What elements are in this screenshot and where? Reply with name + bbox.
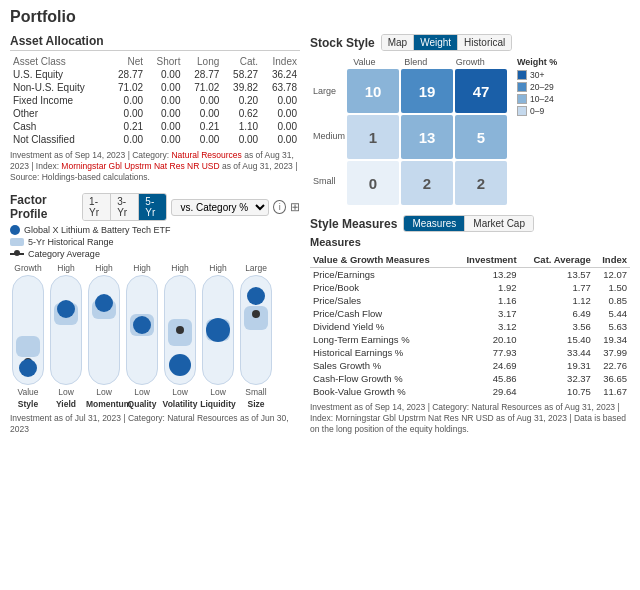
measures-cell: 12.07 bbox=[594, 268, 630, 282]
col-long: Long bbox=[183, 55, 222, 68]
stock-style-tab-historical[interactable]: Historical bbox=[458, 35, 511, 50]
style-cell: 2 bbox=[455, 161, 507, 205]
factor-col: GrowthValueStyle bbox=[10, 263, 46, 409]
factor-col: HighLowYield bbox=[48, 263, 84, 409]
measures-tab-group[interactable]: Measures Market Cap bbox=[403, 215, 534, 232]
grid-with-row-labels: Large Medium Small 1019471135022 bbox=[313, 69, 507, 205]
table-cell: 0.21 bbox=[183, 120, 222, 133]
grid-icon[interactable]: ⊞ bbox=[290, 200, 300, 214]
factor-tab-group[interactable]: 1-Yr 3-Yr 5-Yr bbox=[82, 193, 167, 221]
factor-profile-header: Factor Profile 1-Yr 3-Yr 5-Yr vs. Catego… bbox=[10, 193, 300, 221]
measures-tab-measures[interactable]: Measures bbox=[404, 216, 465, 231]
factor-pill bbox=[88, 275, 120, 385]
table-cell: Other bbox=[10, 107, 107, 120]
right-column: Stock Style Map Weight Historical Value bbox=[310, 34, 630, 435]
measures-cell: Price/Sales bbox=[310, 294, 454, 307]
table-row: U.S. Equity28.770.0028.7758.2736.24 bbox=[10, 68, 300, 81]
measures-col-name: Value & Growth Measures bbox=[310, 252, 454, 268]
style-cell: 10 bbox=[347, 69, 399, 113]
factor-tab-5yr[interactable]: 5-Yr bbox=[139, 194, 166, 220]
table-cell: Cash bbox=[10, 120, 107, 133]
factor-pill bbox=[202, 275, 234, 385]
style-legend-label: 10–24 bbox=[530, 94, 554, 104]
factor-top-label: High bbox=[48, 263, 84, 273]
table-cell: 0.00 bbox=[261, 94, 300, 107]
factor-profile-section: Factor Profile 1-Yr 3-Yr 5-Yr vs. Catego… bbox=[10, 193, 300, 435]
table-row: Price/Earnings13.2913.5712.07 bbox=[310, 268, 630, 282]
measures-tab-marketcap[interactable]: Market Cap bbox=[465, 216, 533, 231]
stock-style-tab-map[interactable]: Map bbox=[382, 35, 414, 50]
stock-style-tab-weight[interactable]: Weight bbox=[414, 35, 458, 50]
measures-cell: 3.17 bbox=[454, 307, 520, 320]
table-row: Fixed Income0.000.000.000.200.00 bbox=[10, 94, 300, 107]
table-cell: 0.00 bbox=[107, 133, 146, 146]
table-cell: 0.00 bbox=[261, 133, 300, 146]
table-cell: 63.78 bbox=[261, 81, 300, 94]
factor-tab-1yr[interactable]: 1-Yr bbox=[83, 194, 111, 220]
factor-bot-label: Low bbox=[124, 387, 160, 397]
asset-allocation-title: Asset Allocation bbox=[10, 34, 300, 51]
table-row: Not Classified0.000.000.000.000.00 bbox=[10, 133, 300, 146]
measures-cell: 1.16 bbox=[454, 294, 520, 307]
style-cell: 0 bbox=[347, 161, 399, 205]
portfolio-page: Portfolio Asset Allocation Asset Class N… bbox=[0, 0, 640, 443]
measures-cell: Long-Term Earnings % bbox=[310, 333, 454, 346]
measures-cell: 1.50 bbox=[594, 281, 630, 294]
col-cat: Cat. bbox=[222, 55, 261, 68]
table-row: Book-Value Growth %29.6410.7511.67 bbox=[310, 385, 630, 398]
table-cell: 0.00 bbox=[107, 94, 146, 107]
table-cell: 39.82 bbox=[222, 81, 261, 94]
table-cell: 0.20 bbox=[222, 94, 261, 107]
measures-cell: 22.76 bbox=[594, 359, 630, 372]
col-net: Net bbox=[107, 55, 146, 68]
factor-tab-3yr[interactable]: 3-Yr bbox=[111, 194, 139, 220]
measures-cell: Price/Book bbox=[310, 281, 454, 294]
measures-cell: 1.92 bbox=[454, 281, 520, 294]
measures-col-index: Index bbox=[594, 252, 630, 268]
factor-fund-dot bbox=[133, 316, 151, 334]
asset-allocation-section: Asset Allocation Asset Class Net Short L… bbox=[10, 34, 300, 183]
vs-category-select[interactable]: vs. Category % bbox=[171, 199, 269, 216]
style-legend-color-box bbox=[517, 82, 527, 92]
table-cell: 28.77 bbox=[107, 68, 146, 81]
table-cell: 0.00 bbox=[146, 133, 183, 146]
measures-cell: 24.69 bbox=[454, 359, 520, 372]
measures-cell: 3.12 bbox=[454, 320, 520, 333]
measures-cell: 11.67 bbox=[594, 385, 630, 398]
table-cell: 71.02 bbox=[183, 81, 222, 94]
table-cell: 0.00 bbox=[146, 94, 183, 107]
factor-col: HighLowVolatility bbox=[162, 263, 198, 409]
legend-fund-item: Global X Lithium & Battery Tech ETF bbox=[10, 225, 300, 235]
factor-bot-label: Small bbox=[238, 387, 274, 397]
page-title: Portfolio bbox=[10, 8, 630, 26]
table-row: Price/Sales1.161.120.85 bbox=[310, 294, 630, 307]
col-labels: Value Blend Growth bbox=[339, 57, 499, 67]
factor-col-title: Style bbox=[10, 399, 46, 409]
stock-style-tab-group[interactable]: Map Weight Historical bbox=[381, 34, 513, 51]
factor-col-title: Momentum bbox=[86, 399, 122, 409]
style-legend-color-box bbox=[517, 94, 527, 104]
measures-cell: Sales Growth % bbox=[310, 359, 454, 372]
stock-style-section: Stock Style Map Weight Historical Value bbox=[310, 34, 630, 205]
table-cell: 0.00 bbox=[107, 107, 146, 120]
measures-cell: 37.99 bbox=[594, 346, 630, 359]
measures-cell: 0.85 bbox=[594, 294, 630, 307]
factor-col-title: Liquidity bbox=[200, 399, 236, 409]
info-icon[interactable]: i bbox=[273, 200, 286, 214]
style-measures-title: Style Measures bbox=[310, 217, 397, 231]
factor-fund-dot bbox=[95, 294, 113, 312]
style-measures-header: Style Measures Measures Market Cap bbox=[310, 215, 630, 232]
style-legend-color-box bbox=[517, 106, 527, 116]
row-label-large: Large bbox=[313, 86, 345, 96]
measures-cell: 20.10 bbox=[454, 333, 520, 346]
style-legend-color-box bbox=[517, 70, 527, 80]
measures-subtitle: Measures bbox=[310, 236, 630, 248]
measures-cell: 19.31 bbox=[520, 359, 594, 372]
table-cell: U.S. Equity bbox=[10, 68, 107, 81]
legend-range-item: 5-Yr Historical Range bbox=[10, 237, 300, 247]
table-cell: 36.24 bbox=[261, 68, 300, 81]
table-row: Non-U.S. Equity71.020.0071.0239.8263.78 bbox=[10, 81, 300, 94]
table-cell: Non-U.S. Equity bbox=[10, 81, 107, 94]
factor-col-title: Volatility bbox=[162, 399, 198, 409]
measures-col-cat-avg: Cat. Average bbox=[520, 252, 594, 268]
